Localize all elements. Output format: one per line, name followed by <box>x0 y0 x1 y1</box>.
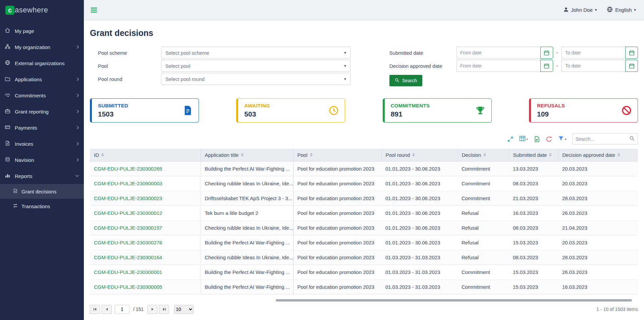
grant-id-link[interactable]: CGM-EDU-PULJE-230300276 <box>94 240 162 245</box>
globe-icon <box>607 6 613 13</box>
cell-pool: Pool for education promotion 2023 <box>293 191 381 205</box>
decision-icon <box>13 188 18 194</box>
column-header-label: Decision approved date <box>562 152 615 158</box>
column-header-id[interactable]: ID <box>90 149 201 161</box>
chevron-down-icon: ▾ <box>595 8 597 12</box>
expand-icon[interactable] <box>507 136 514 142</box>
sidebar-item-reports[interactable]: Reports <box>0 168 84 184</box>
column-header-submitted-date[interactable]: Submitted date <box>509 149 558 161</box>
filter-button[interactable]: ▾ <box>558 135 567 143</box>
chevron-right-icon <box>76 142 79 146</box>
stat-card-commitments[interactable]: COMMITMENTS 891 <box>383 98 492 123</box>
column-header-decision-approved-date[interactable]: Decision approved date <box>558 149 638 161</box>
approved-to-date-input[interactable] <box>561 60 625 72</box>
calendar-icon[interactable] <box>540 60 553 72</box>
brand-logo[interactable]: c asewhere <box>0 0 84 20</box>
sidebar-item-label: Commitments <box>15 93 46 98</box>
pool-round-select[interactable]: Select pool round ▾ <box>161 73 351 85</box>
sidebar-item-payments[interactable]: Payments <box>0 120 84 136</box>
pool-select[interactable]: Select pool ▾ <box>161 60 351 72</box>
grant-id-link[interactable]: CGM-EDU-PULJE-230300265 <box>94 166 162 172</box>
grant-id-link[interactable]: CGM-EDU-PULJE-230300164 <box>94 255 162 260</box>
next-page-button[interactable] <box>147 305 157 314</box>
card-icon <box>5 124 10 131</box>
trophy-icon <box>475 105 485 116</box>
sidebar-item-commitments[interactable]: Commitments <box>0 87 84 103</box>
grant-id-link[interactable]: CGM-EDU-PULJE-230300001 <box>94 269 162 275</box>
sidebar-item-transactions[interactable]: Transactions <box>0 199 84 214</box>
user-menu[interactable]: John Doe ▾ <box>563 7 597 13</box>
last-page-button[interactable] <box>159 305 169 314</box>
table-row: CGM-EDU-PULJE-230300164 Checking rubble … <box>90 250 638 265</box>
sort-icon <box>618 153 620 156</box>
previous-page-button[interactable] <box>102 305 112 314</box>
invoice-icon <box>5 140 10 147</box>
cell-pool-round: 01.01.2023 - 30.06.2023 <box>381 191 458 205</box>
submitted-from-date-input[interactable] <box>457 47 540 59</box>
hamburger-icon[interactable] <box>91 7 97 13</box>
approved-from-date-input[interactable] <box>457 60 540 72</box>
sidebar-item-my-page[interactable]: My page <box>0 23 84 39</box>
grant-id-link[interactable]: CGM-EDU-PULJE-230300023 <box>94 195 162 201</box>
column-header-pool[interactable]: Pool <box>293 149 381 161</box>
grid-search-input[interactable] <box>576 136 629 142</box>
sidebar-item-navision[interactable]: Navision <box>0 152 84 168</box>
stat-label: AWAITING <box>244 103 270 108</box>
sidebar-item-external-organizations[interactable]: External organizations <box>0 55 84 71</box>
chevron-right-icon <box>76 158 79 162</box>
sidebar-item-label: My organization <box>15 44 50 50</box>
chevron-down-icon: ▾ <box>634 8 636 12</box>
stat-value: 891 <box>391 110 430 118</box>
calendar-icon[interactable] <box>540 47 553 59</box>
export-excel-icon[interactable] <box>534 136 540 142</box>
cell-id: CGM-EDU-PULJE-230300012 <box>90 205 201 220</box>
column-header-decision[interactable]: Decision <box>458 149 509 161</box>
cell-submitted-date: 16.03.2023 <box>509 205 558 220</box>
cell-submitted-date: 15.03.2023 <box>509 235 558 250</box>
cell-decision-approved-date: 28.03.2023 <box>558 250 638 265</box>
search-icon[interactable] <box>629 136 635 142</box>
cell-pool-round: 01.01.2023 - 30.06.2023 <box>381 176 458 191</box>
column-header-application-title[interactable]: Application title <box>201 149 293 161</box>
stat-card-awaiting[interactable]: AWAITING 503 <box>236 98 345 123</box>
calendar-icon[interactable] <box>625 60 638 72</box>
cell-pool: Pool for education promotion 2023 <box>293 235 381 250</box>
cell-pool: Pool for education promotion 2023 <box>293 250 381 265</box>
submitted-to-date-input[interactable] <box>561 47 625 59</box>
cell-submitted-date: 13.03.2023 <box>509 161 558 176</box>
column-header-label: ID <box>94 152 99 158</box>
sidebar-item-applications[interactable]: Applications <box>0 71 84 87</box>
search-button-label: Search <box>402 78 417 83</box>
cell-id: CGM-EDU-PULJE-230300001 <box>90 265 201 279</box>
cell-pool: Pool for education promotion 2023 <box>293 279 381 294</box>
cell-decision: Commitment <box>458 265 509 279</box>
date-separator: - <box>556 63 558 69</box>
cell-submitted-date: 21.03.2023 <box>509 191 558 205</box>
pool-scheme-select[interactable]: Select pool scheme ▾ <box>161 47 351 59</box>
sidebar-item-grant-reporting[interactable]: Grant reporting <box>0 103 84 120</box>
column-header-pool-round[interactable]: Pool round <box>381 149 458 161</box>
stat-card-submitted[interactable]: SUBMITTED 1503 <box>90 98 199 123</box>
language-menu[interactable]: English ▾ <box>607 6 636 13</box>
page-size-select[interactable]: 10 <box>174 305 194 314</box>
sidebar-item-grant-decisions[interactable]: Grant decisions <box>0 184 84 199</box>
grant-id-link[interactable]: CGM-EDU-PULJE-230300157 <box>94 225 162 231</box>
calendar-icon[interactable] <box>625 47 638 59</box>
grant-id-link[interactable]: CGM-EDU-PULJE-230900003 <box>94 181 162 186</box>
first-page-button[interactable] <box>90 305 100 314</box>
chevron-down-icon <box>75 175 79 177</box>
refresh-icon[interactable] <box>546 136 552 142</box>
search-button[interactable]: Search <box>389 75 422 86</box>
page-title: Grant decisions <box>90 28 638 38</box>
horizontal-scrollbar-thumb[interactable] <box>276 299 632 302</box>
sidebar-item-my-organization[interactable]: My organization <box>0 39 84 55</box>
page-number-input[interactable] <box>115 305 129 314</box>
sidebar-item-label: Applications <box>15 77 42 82</box>
table-row: CGM-EDU-PULJE-230900003 Checking rubble … <box>90 176 638 191</box>
grant-id-link[interactable]: CGM-EDU-PULJE-230300012 <box>94 210 162 216</box>
column-chooser-button[interactable]: ▾ <box>519 135 528 143</box>
sidebar-item-invoices[interactable]: Invoices <box>0 136 84 152</box>
stat-value: 109 <box>537 110 565 118</box>
stat-card-refusals[interactable]: REFUSALS 109 <box>529 98 638 123</box>
grant-id-link[interactable]: CGM-EDU-PULJE-230300005 <box>94 284 162 290</box>
